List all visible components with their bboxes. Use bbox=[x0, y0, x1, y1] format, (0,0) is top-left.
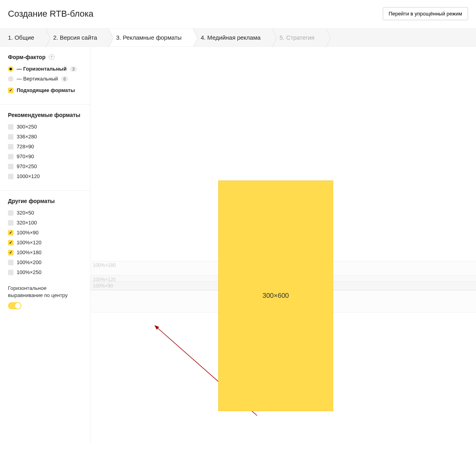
recommended-item[interactable]: 728×90 bbox=[8, 144, 82, 150]
format-label: 100%×120 bbox=[17, 240, 42, 245]
form-factor-title: Форм-фактор ? bbox=[8, 54, 82, 60]
form-factor-horizontal[interactable]: — Горизонтальный 3 bbox=[8, 66, 82, 72]
checkbox-icon bbox=[8, 240, 13, 245]
format-label: 336×280 bbox=[17, 134, 37, 140]
format-label: 100%×180 bbox=[17, 249, 42, 255]
align-label: Горизонтальное выравнивание по центру bbox=[8, 285, 82, 299]
checkbox-icon bbox=[8, 88, 13, 93]
step-5: 5. Стратегия bbox=[272, 29, 326, 46]
format-label: 100%×250 bbox=[17, 269, 42, 275]
band-label: 100%×90 bbox=[93, 283, 113, 289]
checkbox-icon bbox=[8, 260, 13, 265]
other-item[interactable]: 320×50 bbox=[8, 210, 82, 216]
radio-icon bbox=[8, 76, 13, 82]
format-label: 320×100 bbox=[17, 220, 37, 226]
checkbox-icon bbox=[8, 164, 13, 169]
format-label: 728×90 bbox=[17, 144, 34, 150]
checkbox-icon bbox=[8, 250, 13, 255]
simple-mode-button[interactable]: Перейти в упрощённый режим bbox=[383, 7, 468, 20]
other-item[interactable]: 100%×90 bbox=[8, 230, 82, 236]
step-4[interactable]: 4. Медийная реклама bbox=[193, 29, 272, 46]
recommended-item[interactable]: 1000×120 bbox=[8, 173, 82, 179]
recommended-item[interactable]: 970×250 bbox=[8, 163, 82, 169]
checkbox-icon bbox=[8, 134, 13, 140]
format-label: 300×250 bbox=[17, 124, 37, 130]
format-label: 100%×200 bbox=[17, 259, 42, 265]
checkbox-icon bbox=[8, 144, 13, 150]
count-badge: 3 bbox=[70, 66, 77, 72]
step-1[interactable]: 1. Общие bbox=[0, 29, 45, 46]
form-factor-section: Форм-фактор ? — Горизонтальный 3 — Верти… bbox=[0, 47, 90, 105]
count-badge: 6 bbox=[61, 76, 68, 82]
help-icon[interactable]: ? bbox=[49, 54, 54, 60]
format-label: 970×90 bbox=[17, 153, 34, 159]
fit-formats-checkbox[interactable]: Подходящие форматы bbox=[8, 87, 82, 93]
format-label: 100%×90 bbox=[17, 230, 38, 236]
band-label: 100%×180 bbox=[93, 263, 116, 268]
recommended-section: Рекомендуемые форматы 300×250336×280728×… bbox=[0, 105, 90, 191]
preview-main-block: 300×600 bbox=[218, 180, 333, 411]
recommended-item[interactable]: 970×90 bbox=[8, 153, 82, 159]
form-factor-vertical[interactable]: — Вертикальный 6 bbox=[8, 76, 82, 82]
format-label: 970×250 bbox=[17, 163, 37, 169]
checkbox-icon bbox=[8, 124, 13, 130]
step-2[interactable]: 2. Версия сайта bbox=[45, 29, 108, 46]
recommended-title: Рекомендуемые форматы bbox=[8, 112, 82, 118]
format-label: 320×50 bbox=[17, 210, 34, 216]
format-label: 1000×120 bbox=[17, 173, 40, 179]
wizard-steps: 1. Общие 2. Версия сайта 3. Рекламные фо… bbox=[0, 28, 476, 47]
page-title: Создание RTB-блока bbox=[8, 9, 94, 19]
other-item[interactable]: 100%×120 bbox=[8, 240, 82, 245]
checkbox-icon bbox=[8, 210, 13, 216]
sidebar: Форм-фактор ? — Горизонтальный 3 — Верти… bbox=[0, 47, 90, 443]
other-item[interactable]: 100%×250 bbox=[8, 269, 82, 275]
other-title: Другие форматы bbox=[8, 198, 82, 204]
other-item[interactable]: 100%×180 bbox=[8, 249, 82, 255]
align-toggle[interactable] bbox=[8, 302, 21, 309]
preview-area: 100%×180100%×120100%×90240×600160×600300… bbox=[90, 47, 476, 443]
checkbox-icon bbox=[8, 154, 13, 159]
other-section: Другие форматы 320×50320×100100%×90100%×… bbox=[0, 191, 90, 316]
radio-icon bbox=[8, 66, 13, 72]
recommended-item[interactable]: 300×250 bbox=[8, 124, 82, 130]
checkbox-icon bbox=[8, 174, 13, 179]
recommended-item[interactable]: 336×280 bbox=[8, 134, 82, 140]
other-item[interactable]: 100%×200 bbox=[8, 259, 82, 265]
step-3[interactable]: 3. Рекламные форматы bbox=[108, 29, 193, 46]
other-item[interactable]: 320×100 bbox=[8, 220, 82, 226]
checkbox-icon bbox=[8, 270, 13, 275]
main-block-label: 300×600 bbox=[263, 292, 289, 300]
checkbox-icon bbox=[8, 230, 13, 236]
checkbox-icon bbox=[8, 220, 13, 226]
